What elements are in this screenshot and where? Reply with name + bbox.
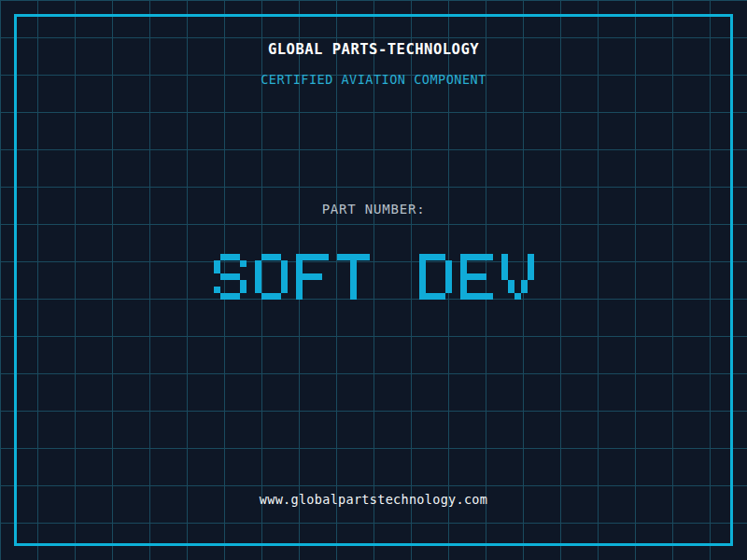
pixel-glyph (214, 254, 247, 300)
pixel-glyph (419, 254, 452, 300)
pixel-glyph (460, 254, 493, 300)
pixel-glyph (255, 254, 288, 300)
pixel-glyph (378, 254, 411, 300)
website-url: www.globalpartstechnology.com (0, 492, 747, 507)
part-number-label: PART NUMBER: (0, 202, 747, 217)
company-name: GLOBAL PARTS-TECHNOLOGY (0, 41, 747, 58)
pixel-glyph (501, 254, 534, 300)
pixel-glyph (337, 254, 370, 300)
part-number-value (0, 254, 747, 300)
certificate-page: GLOBAL PARTS-TECHNOLOGY CERTIFIED AVIATI… (0, 0, 747, 560)
certification-tagline: CERTIFIED AVIATION COMPONENT (0, 72, 747, 87)
pixel-glyph (296, 254, 329, 300)
